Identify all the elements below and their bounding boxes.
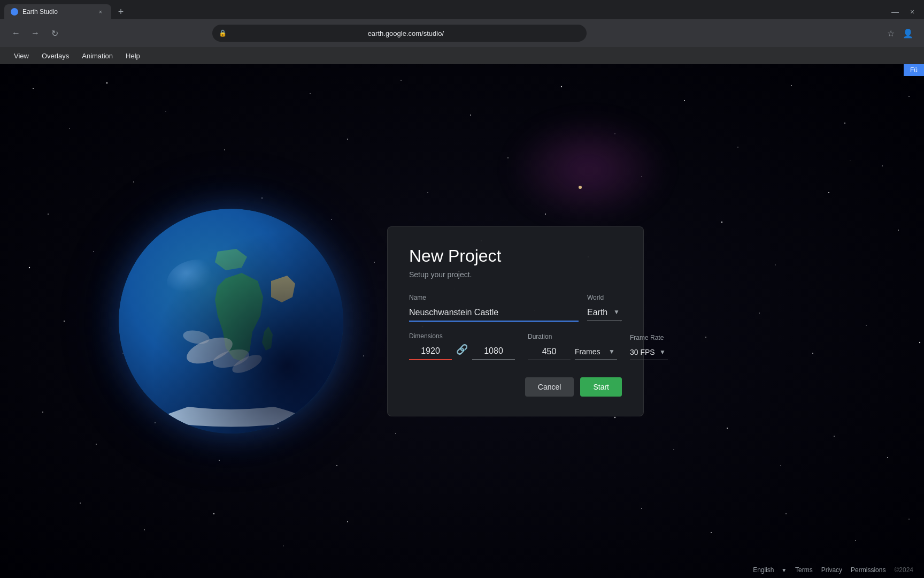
svg-point-83 <box>230 351 265 376</box>
start-button[interactable]: Start <box>580 377 622 397</box>
svg-point-7 <box>401 80 401 80</box>
svg-point-40 <box>363 355 364 356</box>
frames-select[interactable]: Frames Seconds <box>575 344 617 359</box>
cancel-button[interactable]: Cancel <box>525 377 574 397</box>
svg-point-14 <box>791 85 792 86</box>
svg-point-6 <box>347 139 348 140</box>
svg-point-10 <box>561 86 562 87</box>
address-bar[interactable]: 🔒 earth.google.com/studio/ <box>212 25 587 42</box>
svg-point-51 <box>96 444 97 445</box>
svg-point-46 <box>759 313 759 313</box>
tab-title: Earth Studio <box>22 8 92 16</box>
svg-point-17 <box>908 96 910 97</box>
svg-point-84 <box>167 260 231 308</box>
svg-point-32 <box>775 264 775 265</box>
refresh-button[interactable]: ↻ <box>47 26 62 41</box>
svg-point-1 <box>69 128 70 129</box>
name-world-row: Name World Earth Moon Mars ▼ <box>409 294 622 322</box>
world-select[interactable]: Earth Moon Mars <box>587 305 622 320</box>
forward-button[interactable]: → <box>28 26 43 41</box>
svg-point-50 <box>42 412 43 413</box>
svg-point-18 <box>48 214 49 215</box>
svg-point-62 <box>887 457 888 458</box>
dialog-actions: Cancel Start <box>409 377 622 397</box>
dimensions-label: Dimensions <box>409 332 515 340</box>
svg-point-79 <box>119 209 343 434</box>
language-select[interactable]: English Français Deutsch Español <box>753 566 786 574</box>
svg-point-69 <box>711 532 712 533</box>
duration-input[interactable] <box>528 344 571 360</box>
svg-point-64 <box>144 529 145 530</box>
svg-point-49 <box>919 342 920 343</box>
duration-label: Duration <box>528 333 617 340</box>
close-window-button[interactable]: × <box>905 4 920 19</box>
world-select-wrapper: Earth Moon Mars ▼ <box>587 305 622 321</box>
minimize-button[interactable]: — <box>888 4 903 19</box>
dimensions-group: Dimensions 🔗 <box>409 332 515 360</box>
floating-button[interactable]: Fü <box>904 64 924 76</box>
svg-point-80 <box>183 332 236 369</box>
menu-help[interactable]: Help <box>120 50 145 62</box>
terms-link[interactable]: Terms <box>795 566 813 574</box>
earth-globe <box>119 209 343 434</box>
active-tab[interactable]: Earth Studio × <box>4 4 111 19</box>
menu-overlays[interactable]: Overlays <box>36 50 74 62</box>
main-content: New Project Setup your project. Name Wor… <box>0 64 924 578</box>
svg-point-26 <box>427 192 428 193</box>
name-group: Name <box>409 294 579 322</box>
svg-point-5 <box>310 93 311 94</box>
svg-point-35 <box>64 321 65 322</box>
svg-point-15 <box>844 123 845 124</box>
fps-select[interactable]: 24 FPS 25 FPS 30 FPS 60 FPS <box>630 345 668 360</box>
world-label: World <box>587 294 622 301</box>
svg-point-45 <box>705 337 706 338</box>
svg-point-68 <box>641 508 642 509</box>
browser-chrome: Earth Studio × + — × ← → ↻ 🔒 earth.googl… <box>0 0 924 47</box>
svg-point-58 <box>673 449 674 450</box>
profile-button[interactable]: 👤 <box>900 26 915 41</box>
tab-favicon <box>11 8 18 16</box>
svg-point-25 <box>374 262 375 263</box>
svg-point-81 <box>211 346 251 371</box>
address-bar-row: ← → ↻ 🔒 earth.google.com/studio/ ☆ 👤 <box>0 19 924 47</box>
svg-point-82 <box>182 329 210 346</box>
svg-point-65 <box>213 513 214 514</box>
svg-point-20 <box>133 181 134 182</box>
bookmark-button[interactable]: ☆ <box>883 26 898 41</box>
window-controls: — × <box>888 4 920 19</box>
svg-point-19 <box>93 251 94 252</box>
language-wrapper: English Français Deutsch Español ▼ <box>753 566 787 574</box>
back-button[interactable]: ← <box>9 26 24 41</box>
privacy-link[interactable]: Privacy <box>821 566 842 574</box>
svg-point-22 <box>261 197 263 199</box>
frame-rate-group: Frame Rate 24 FPS 25 FPS 30 FPS 60 FPS ▼ <box>630 334 668 360</box>
menu-view[interactable]: View <box>9 50 34 62</box>
svg-point-47 <box>812 353 813 354</box>
name-input[interactable] <box>409 305 579 322</box>
url-text: earth.google.com/studio/ <box>231 29 580 37</box>
width-input[interactable] <box>409 343 452 360</box>
world-group: World Earth Moon Mars ▼ <box>587 294 622 322</box>
svg-point-63 <box>80 503 81 504</box>
toolbar-right: ☆ 👤 <box>883 26 915 41</box>
svg-point-71 <box>855 540 856 541</box>
svg-point-33 <box>828 192 829 193</box>
earth-globe-container <box>119 209 343 434</box>
bottom-bar: English Français Deutsch Español ▼ Terms… <box>742 562 924 578</box>
dialog-subtitle: Setup your project. <box>409 270 622 279</box>
height-input[interactable] <box>472 343 515 360</box>
svg-point-48 <box>866 325 867 326</box>
svg-point-85 <box>119 209 343 434</box>
svg-point-56 <box>395 433 396 434</box>
svg-point-3 <box>165 111 166 111</box>
name-label: Name <box>409 294 579 301</box>
svg-point-70 <box>786 513 787 514</box>
menu-animation[interactable]: Animation <box>76 50 118 62</box>
svg-point-31 <box>721 222 722 223</box>
new-project-dialog: New Project Setup your project. Name Wor… <box>387 226 644 416</box>
tab-close-button[interactable]: × <box>96 7 105 16</box>
svg-point-67 <box>347 521 348 522</box>
new-tab-button[interactable]: + <box>113 4 128 19</box>
svg-point-16 <box>882 165 883 166</box>
permissions-link[interactable]: Permissions <box>851 566 886 574</box>
